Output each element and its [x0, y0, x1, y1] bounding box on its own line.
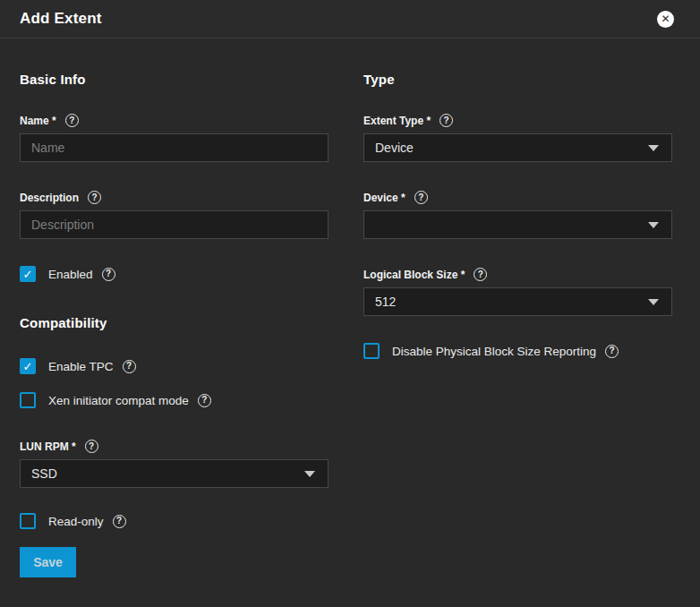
name-label: Name * [20, 115, 56, 127]
dialog-body: Basic Info Name * ? Description ? ✓ Enab… [0, 38, 700, 577]
xen-compat-checkbox-row: ✓ Xen initiator compat mode ? [20, 392, 329, 408]
check-icon: ✓ [23, 361, 33, 372]
lun-rpm-label: LUN RPM * [20, 440, 76, 453]
chevron-down-icon [648, 145, 659, 151]
disable-physical-block-size-checkbox[interactable]: ✓ [363, 343, 380, 359]
chevron-down-icon [304, 471, 315, 477]
lun-rpm-value: SSD [31, 466, 57, 481]
extent-type-label: Extent Type * [363, 115, 431, 127]
extent-type-value: Device [375, 141, 414, 155]
description-label: Description [20, 192, 79, 204]
xen-compat-label: Xen initiator compat mode [48, 394, 189, 407]
left-column: Basic Info Name * ? Description ? ✓ Enab… [20, 38, 329, 577]
help-icon[interactable]: ? [65, 114, 79, 127]
logical-block-size-value: 512 [375, 295, 396, 309]
page-title: Add Extent [20, 10, 102, 28]
read-only-checkbox[interactable]: ✓ [20, 513, 36, 529]
help-icon[interactable]: ? [474, 268, 487, 281]
dialog-header: Add Extent ✕ [0, 0, 700, 38]
extent-type-select[interactable]: Device [363, 133, 672, 162]
help-icon[interactable]: ? [85, 440, 98, 453]
read-only-label: Read-only [48, 515, 104, 528]
description-label-row: Description ? [20, 191, 329, 204]
logical-block-size-label-row: Logical Block Size * ? [363, 268, 672, 281]
description-input[interactable] [20, 210, 329, 239]
device-label: Device * [363, 192, 405, 204]
help-icon[interactable]: ? [88, 191, 101, 204]
enable-tpc-checkbox-row: ✓ Enable TPC ? [20, 358, 329, 374]
section-heading-type: Type [363, 72, 672, 87]
enabled-checkbox[interactable]: ✓ [20, 266, 36, 282]
enable-tpc-checkbox[interactable]: ✓ [20, 358, 36, 374]
logical-block-size-select[interactable]: 512 [363, 287, 672, 316]
enabled-label: Enabled [48, 268, 93, 281]
help-icon[interactable]: ? [414, 191, 428, 204]
help-icon[interactable]: ? [113, 515, 126, 528]
help-icon[interactable]: ? [440, 114, 453, 127]
disable-physical-block-size-checkbox-row: ✓ Disable Physical Block Size Reporting … [363, 343, 672, 359]
name-label-row: Name * ? [20, 114, 329, 127]
chevron-down-icon [648, 299, 659, 305]
disable-physical-block-size-label: Disable Physical Block Size Reporting [392, 345, 596, 358]
section-heading-compatibility: Compatibility [20, 315, 329, 330]
read-only-checkbox-row: ✓ Read-only ? [20, 513, 329, 529]
enabled-checkbox-row: ✓ Enabled ? [20, 266, 329, 282]
chevron-down-icon [648, 222, 659, 228]
device-label-row: Device * ? [363, 191, 672, 204]
help-icon[interactable]: ? [198, 394, 211, 407]
enable-tpc-label: Enable TPC [48, 360, 114, 373]
help-icon[interactable]: ? [605, 345, 619, 358]
logical-block-size-label: Logical Block Size * [363, 269, 465, 281]
lun-rpm-select[interactable]: SSD [20, 459, 329, 488]
save-button[interactable]: Save [20, 547, 76, 577]
device-select[interactable] [363, 210, 672, 239]
xen-compat-checkbox[interactable]: ✓ [20, 392, 36, 408]
help-icon[interactable]: ? [102, 268, 115, 281]
check-icon: ✓ [23, 269, 33, 280]
help-icon[interactable]: ? [123, 360, 136, 373]
extent-type-label-row: Extent Type * ? [363, 114, 672, 127]
lun-rpm-label-row: LUN RPM * ? [20, 440, 329, 453]
close-icon[interactable]: ✕ [657, 11, 674, 28]
right-column: Type Extent Type * ? Device Device * ? L… [363, 38, 672, 577]
section-heading-basic-info: Basic Info [20, 72, 329, 87]
add-extent-dialog: Add Extent ✕ Basic Info Name * ? Descrip… [0, 0, 700, 607]
name-input[interactable] [20, 133, 329, 162]
